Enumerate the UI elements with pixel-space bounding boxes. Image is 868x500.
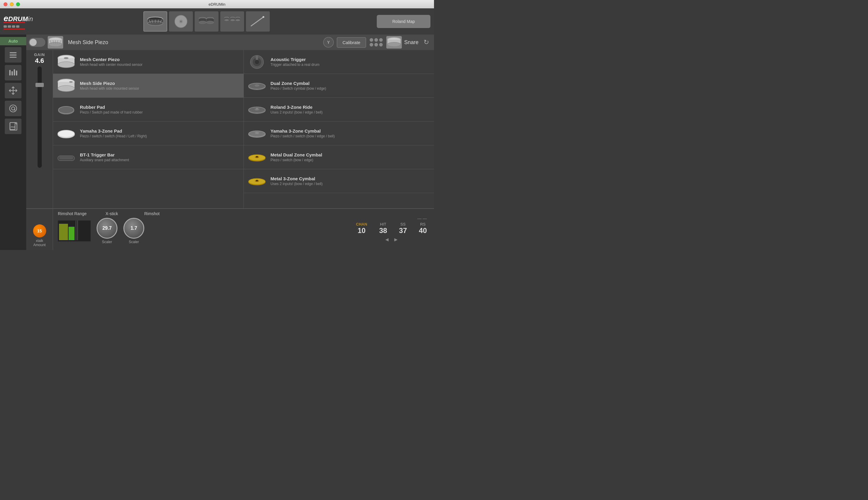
chan-arrows: ◄ ►: [384, 237, 398, 243]
snare-area: Snare: [386, 36, 418, 48]
svg-rect-34: [16, 71, 17, 76]
svg-point-27: [263, 16, 264, 18]
list-item[interactable]: Dual Zone Cymbal Piezo / Switch cymbal (…: [244, 74, 434, 98]
rimshot-scaler[interactable]: 1.7 Scaler: [123, 218, 144, 244]
minimize-button[interactable]: [10, 2, 14, 6]
sidebar-item-pdf[interactable]: PDF: [5, 118, 21, 134]
rimshot-knob-circle[interactable]: 1.7: [123, 218, 144, 239]
metal-dual-info: Metal Dual Zone Cymbal Piezo / switch (b…: [271, 152, 322, 162]
roland-ride-icon: [247, 102, 267, 118]
rimshot-range-label: Rimshot Range: [58, 211, 100, 216]
ss-value: 37: [399, 226, 407, 235]
logo-dots: [3, 25, 36, 28]
dot2: [8, 25, 11, 28]
sidebar: Auto: [0, 35, 26, 250]
rs-col: RS 40: [419, 222, 427, 235]
metal-3zone-desc: Uses 2 inputs! (bow / edge / bell): [271, 182, 323, 186]
drum-tabs: [40, 11, 373, 32]
mesh-center-name: Mesh Center Piezo: [80, 57, 143, 62]
rubber-pad-icon: [57, 102, 76, 118]
gain-slider-track: [37, 66, 42, 168]
list-item[interactable]: Yamaha 3-Zone Cymbal Piezo / switch / sw…: [244, 122, 434, 145]
svg-point-38: [12, 107, 15, 110]
rs-value: 40: [419, 226, 427, 235]
range-bar-2: [69, 227, 75, 240]
roland-ride-desc: Uses 2 inputs! (bow / edge / bell): [271, 110, 323, 114]
drum-tab-toms[interactable]: [195, 11, 218, 32]
dot: [374, 43, 378, 46]
rimshot-knob-value: 1.7: [131, 226, 137, 231]
dot3: [12, 25, 15, 28]
svg-point-59: [58, 62, 75, 68]
app: e DRUM in: [0, 8, 434, 250]
acoustic-name: Acoustic Trigger: [271, 57, 319, 62]
svg-point-68: [58, 130, 75, 137]
gain-label: GAIN: [34, 53, 45, 57]
metal-dual-desc: Piezo / switch (bow / edge): [271, 158, 322, 162]
dual-cymbal-name: Dual Zone Cymbal: [271, 81, 326, 86]
rimshot-label: Rimshot: [144, 211, 159, 216]
snare-label: Snare: [404, 39, 418, 46]
mesh-side-desc: Mesh head with side mounted sensor: [80, 87, 139, 91]
calibrate-button[interactable]: Calibrate: [337, 37, 366, 48]
svg-rect-30: [10, 57, 16, 57]
xstick-scaler[interactable]: 29.7 Scaler: [97, 218, 117, 244]
chan-label: CHAN: [356, 222, 367, 226]
chan-left-arrow[interactable]: ◄: [384, 237, 390, 243]
mesh-center-desc: Mesh head with center mounted sensor: [80, 62, 143, 67]
list-item[interactable]: Mesh Side Piezo Mesh head with side moun…: [53, 74, 244, 98]
rubber-pad-info: Rubber Pad Piezo / Switch pad made of ha…: [80, 105, 143, 114]
list-item[interactable]: Roland 3-Zone Ride Uses 2 inputs! (bow /…: [244, 98, 434, 122]
sidebar-item-list[interactable]: [5, 47, 21, 62]
toggle-button[interactable]: [29, 38, 45, 47]
main-area: Mesh Side Piezo Y Calibrate: [26, 35, 434, 250]
xstick-knob-value: 29.7: [102, 226, 112, 231]
svg-rect-31: [9, 70, 10, 76]
sidebar-item-eq[interactable]: [5, 65, 21, 80]
list-item[interactable]: Metal Dual Zone Cymbal Piezo / switch (b…: [244, 145, 434, 169]
close-button[interactable]: [3, 2, 8, 6]
mesh-side-name: Mesh Side Piezo: [80, 81, 139, 86]
svg-rect-29: [10, 55, 16, 55]
drum-tab-kit[interactable]: [220, 11, 244, 32]
xstick-knob-circle[interactable]: 29.7: [97, 218, 117, 239]
maximize-button[interactable]: [16, 2, 20, 6]
rs-label: RS: [420, 222, 426, 226]
yamaha-cymbal-icon: [247, 125, 267, 141]
list-item[interactable]: Mesh Center Piezo Mesh head with center …: [53, 50, 244, 74]
sidebar-item-at[interactable]: [5, 101, 21, 116]
list-item[interactable]: Metal 3-Zone Cymbal Uses 2 inputs! (bow …: [244, 169, 434, 193]
mesh-center-icon: [57, 54, 76, 70]
bottom-controls: Rimshot Range X-stick Rimshot: [53, 209, 356, 250]
hit-value: 38: [379, 226, 387, 235]
bottom-labels: Rimshot Range X-stick Rimshot: [58, 211, 351, 216]
range-divider: [76, 220, 76, 240]
yamaha-pad-info: Yamaha 3-Zone Pad Piezo / switch / switc…: [80, 128, 147, 138]
list-item[interactable]: BT-1 Trigger Bar Auxiliary snare pad att…: [53, 145, 244, 169]
chan-right-arrow[interactable]: ►: [393, 237, 398, 243]
bottom-section: 15 xtalk Amount Rimshot Range X-stick Ri…: [26, 208, 434, 250]
drum-tab-stick[interactable]: [246, 11, 270, 32]
refresh-button[interactable]: ↻: [421, 37, 432, 48]
amount-label: Amount: [33, 243, 46, 247]
list-item[interactable]: Rubber Pad Piezo / Switch pad made of ha…: [53, 98, 244, 122]
list-item[interactable]: Yamaha 3-Zone Pad Piezo / switch / switc…: [53, 122, 244, 145]
drum-tab-snare[interactable]: [143, 11, 167, 32]
xtalk-knob[interactable]: 15: [33, 224, 46, 238]
metal-dual-icon: [247, 149, 267, 166]
sidebar-item-move[interactable]: [5, 83, 21, 98]
list-item[interactable]: Acoustic Trigger Trigger attached to a r…: [244, 50, 434, 74]
gain-section: GAIN 4.6: [26, 50, 53, 208]
svg-point-66: [58, 106, 74, 114]
dual-cymbal-desc: Piezo / Switch cymbal (bow / edge): [271, 87, 326, 91]
ss-col: SS 37: [399, 222, 407, 235]
gain-slider-thumb[interactable]: [35, 83, 44, 87]
snare-icon: [386, 36, 402, 48]
drum-tab-cymbal[interactable]: [169, 11, 193, 32]
svg-rect-32: [12, 71, 13, 76]
xtalk-value: 15: [37, 229, 42, 233]
bt1-info: BT-1 Trigger Bar Auxiliary snare pad att…: [80, 152, 129, 162]
roland-map-button[interactable]: Roland Map: [377, 15, 430, 28]
svg-point-16: [206, 21, 214, 24]
dot: [374, 38, 378, 42]
